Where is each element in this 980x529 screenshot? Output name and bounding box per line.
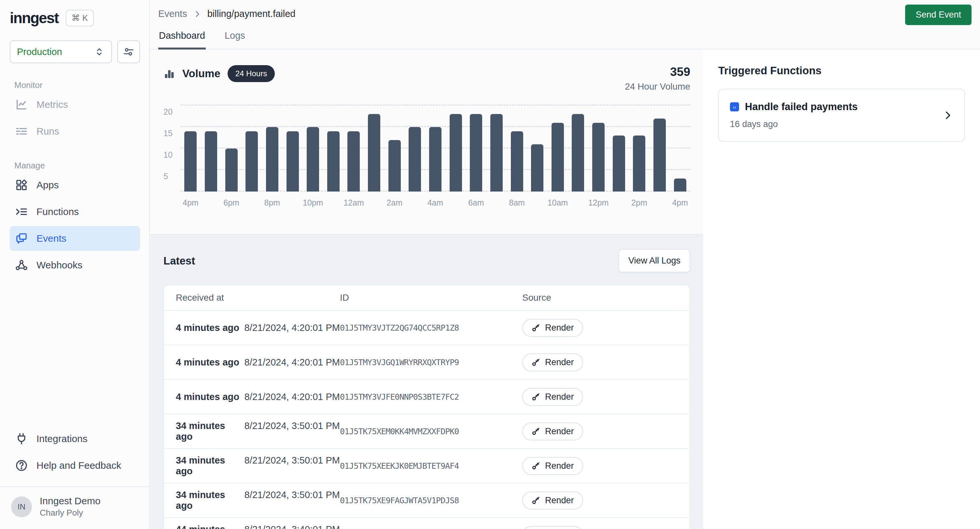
cell-received-at: 4 minutes ago8/21/2024, 4:20:01 PM: [164, 357, 340, 368]
x-axis-tick: 6pm: [221, 198, 242, 207]
volume-total-value: 359: [625, 65, 690, 79]
x-axis-tick: 4pm: [180, 198, 201, 207]
chevron-right-icon: [193, 10, 202, 18]
bar-cell-7pm: [242, 105, 262, 191]
sidebar-item-metrics[interactable]: Metrics: [10, 92, 140, 117]
bar-cell-9am: [527, 105, 547, 191]
bar-4pm[interactable]: [674, 178, 686, 191]
source-badge-render[interactable]: Render: [522, 422, 583, 440]
sidebar-item-webhooks[interactable]: Webhooks: [10, 253, 140, 277]
volume-title: Volume: [182, 67, 220, 80]
sidebar-item-apps[interactable]: Apps: [10, 173, 140, 198]
source-label: Render: [545, 357, 574, 367]
table-row[interactable]: 44 minutes ago8/21/2024, 3:40:01 PM01J5T…: [164, 517, 690, 529]
bar-10am[interactable]: [552, 123, 564, 191]
bar-12am[interactable]: [347, 131, 360, 191]
x-axis-tick: [527, 198, 547, 207]
volume-bar-chart: 5101520: [164, 105, 690, 191]
sidebar-footer: Integrations Help and Feedback IN Innges…: [0, 424, 149, 529]
bar-2pm[interactable]: [633, 135, 645, 191]
sidebar-item-help-and-feedback[interactable]: Help and Feedback: [10, 453, 140, 478]
section-label-manage: Manage: [14, 161, 140, 170]
environment-settings-button[interactable]: [117, 40, 140, 63]
bar-cell-10pm: [303, 105, 323, 191]
cell-source: Render: [522, 457, 690, 475]
source-badge-render[interactable]: Render: [522, 457, 583, 475]
x-axis-tick: [282, 198, 303, 207]
source-badge-render[interactable]: Render: [522, 492, 583, 510]
cell-source: Render: [522, 354, 690, 371]
view-all-logs-button[interactable]: View All Logs: [619, 249, 690, 272]
cell-source: Render: [522, 319, 690, 337]
source-badge-render[interactable]: Render: [522, 354, 583, 371]
table-row[interactable]: 34 minutes ago8/21/2024, 3:50:01 PM01J5T…: [164, 483, 690, 517]
bar-cell-1pm: [609, 105, 629, 191]
x-axis-tick: 4am: [425, 198, 446, 207]
user-menu[interactable]: IN Inngest Demo Charly Poly: [10, 487, 140, 523]
x-axis-tick: [201, 198, 221, 207]
table-row[interactable]: 4 minutes ago8/21/2024, 4:20:01 PM01J5TM…: [164, 310, 690, 345]
bar-8am[interactable]: [511, 131, 523, 191]
table-row[interactable]: 34 minutes ago8/21/2024, 3:50:01 PM01J5T…: [164, 414, 690, 448]
tab-dashboard[interactable]: Dashboard: [158, 30, 206, 49]
bar-5am[interactable]: [450, 114, 462, 191]
table-row[interactable]: 34 minutes ago8/21/2024, 3:50:01 PM01J5T…: [164, 448, 690, 483]
x-axis-tick: 12pm: [588, 198, 609, 207]
x-axis-tick: 8am: [507, 198, 527, 207]
bar-5pm[interactable]: [205, 131, 217, 191]
tab-logs[interactable]: Logs: [224, 30, 246, 49]
send-event-button[interactable]: Send Event: [905, 5, 972, 25]
latest-section: Latest View All Logs Received at ID Sour…: [150, 234, 703, 529]
bar-cell-4pm: [180, 105, 201, 191]
sidebar-item-label: Functions: [37, 206, 79, 217]
bar-9pm[interactable]: [286, 131, 299, 191]
apps-grid-icon: [15, 178, 28, 191]
time-range-badge[interactable]: 24 Hours: [228, 65, 275, 82]
source-badge-render[interactable]: Render: [522, 388, 583, 406]
source-badge-render[interactable]: Render: [522, 526, 583, 529]
x-axis-tick: 4pm: [670, 198, 690, 207]
bar-cell-3pm: [649, 105, 670, 191]
bar-10pm[interactable]: [307, 127, 319, 191]
sidebar-item-label: Metrics: [37, 99, 68, 110]
timestamp: 8/21/2024, 4:20:01 PM: [245, 392, 340, 402]
bar-1am[interactable]: [368, 114, 380, 191]
bar-4pm[interactable]: [184, 131, 197, 191]
bar-8pm[interactable]: [266, 127, 278, 191]
bar-12pm[interactable]: [592, 123, 605, 191]
breadcrumb-events-link[interactable]: Events: [158, 8, 187, 19]
bar-2am[interactable]: [388, 140, 401, 191]
command-k-shortcut-badge[interactable]: ⌘ K: [66, 10, 94, 26]
bar-cell-5pm: [201, 105, 221, 191]
plug-icon: [15, 432, 28, 445]
bar-7pm[interactable]: [245, 131, 258, 191]
table-row[interactable]: 4 minutes ago8/21/2024, 4:20:01 PM01J5TM…: [164, 379, 690, 414]
sidebar-item-functions[interactable]: Functions: [10, 199, 140, 224]
x-axis-tick: [487, 198, 507, 207]
source-badge-render[interactable]: Render: [522, 319, 583, 337]
bar-1pm[interactable]: [613, 135, 625, 191]
table-row[interactable]: 4 minutes ago8/21/2024, 4:20:01 PM01J5TM…: [164, 345, 690, 379]
functions-icon: [15, 205, 28, 218]
bar-cell-10am: [547, 105, 568, 191]
cell-event-id: 01J5TK75XEM0KK4MVMZXXFDPK0: [340, 427, 522, 436]
tab-bar: Dashboard Logs: [158, 30, 246, 49]
bar-6am[interactable]: [470, 114, 482, 191]
bar-4am[interactable]: [429, 127, 441, 191]
sidebar-item-integrations[interactable]: Integrations: [10, 426, 140, 451]
user-name: Charly Poly: [40, 508, 100, 518]
environment-selector[interactable]: Production: [10, 40, 112, 63]
bar-3pm[interactable]: [654, 119, 666, 191]
bar-9am[interactable]: [531, 144, 543, 191]
bar-3am[interactable]: [409, 127, 421, 191]
sidebar-item-runs[interactable]: Runs: [10, 119, 140, 143]
bar-cell-11pm: [323, 105, 344, 191]
bar-7am[interactable]: [490, 114, 503, 191]
table-header-row: Received at ID Source: [164, 285, 690, 310]
sidebar-item-events[interactable]: Events: [10, 226, 140, 251]
bar-6pm[interactable]: [225, 148, 238, 191]
bar-11am[interactable]: [572, 114, 584, 191]
function-card[interactable]: ‹› Handle failed payments 16 days ago: [718, 89, 965, 142]
column-header-source: Source: [522, 293, 690, 303]
bar-11pm[interactable]: [327, 131, 340, 191]
